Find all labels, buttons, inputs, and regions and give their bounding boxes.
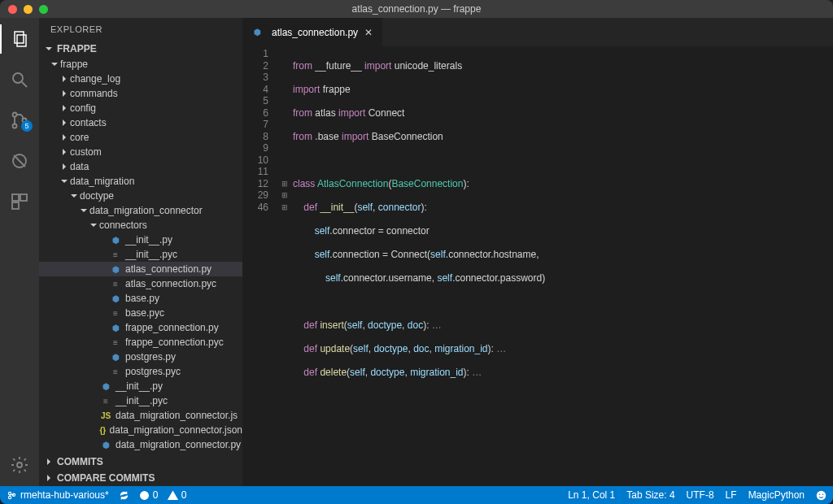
svg-point-23 <box>817 490 826 499</box>
sidebar-title: EXPLORER <box>39 18 242 41</box>
status-cursor[interactable]: Ln 1, Col 1 <box>568 489 615 501</box>
svg-rect-1 <box>17 35 26 46</box>
sidebar: EXPLORER FRAPPE frappe change_log comman… <box>39 18 242 486</box>
file-icon: ≡ <box>109 365 122 378</box>
line-numbers: 1234567891011122946 <box>242 46 280 486</box>
tree-folder[interactable]: commands <box>39 86 242 101</box>
status-eol[interactable]: LF <box>726 489 737 501</box>
tab-active[interactable]: ⬢ atlas_connection.py ✕ <box>242 18 383 46</box>
tree-folder[interactable]: connectors <box>39 218 242 232</box>
python-icon: ⬢ <box>109 233 122 246</box>
code-content: from __future__ import unicode_literals … <box>290 46 833 486</box>
fold-icon[interactable]: ⊞ <box>280 202 290 214</box>
debug-icon[interactable] <box>0 146 39 176</box>
tab-label: atlas_connection.py <box>272 27 358 38</box>
tree-file[interactable]: JSdata_migration_connector.js <box>39 408 242 423</box>
activity-bar: 5 <box>0 18 39 486</box>
fold-icon[interactable]: ⊞ <box>280 178 290 190</box>
python-icon: ⬢ <box>109 321 122 334</box>
tree-file[interactable]: ≡postgres.pyc <box>39 364 242 379</box>
svg-point-24 <box>819 493 821 495</box>
svg-point-5 <box>13 124 17 128</box>
python-icon: ⬢ <box>109 350 122 363</box>
explorer-icon[interactable] <box>0 24 39 54</box>
file-icon: ≡ <box>109 306 122 319</box>
sidebar-section-root[interactable]: FRAPPE <box>39 41 242 57</box>
svg-point-12 <box>17 463 22 467</box>
js-icon: JS <box>99 409 112 422</box>
search-icon[interactable] <box>0 65 39 94</box>
tree-file[interactable]: ⬢data_migration_connector.py <box>39 437 242 452</box>
code-editor[interactable]: 1234567891011122946 ⊞⊞⊞ from __future__ … <box>242 46 833 486</box>
tree-file[interactable]: ≡__init__.pyc <box>39 393 242 408</box>
file-icon: ≡ <box>99 394 112 407</box>
tree-file[interactable]: ⬢base.py <box>39 291 242 306</box>
svg-point-4 <box>13 113 17 117</box>
status-language[interactable]: MagicPython <box>748 489 805 501</box>
svg-point-25 <box>822 493 824 495</box>
tree-folder[interactable]: config <box>39 101 242 115</box>
tree-folder[interactable]: custom <box>39 145 242 159</box>
tree-file[interactable]: ≡atlas_connection.pyc <box>39 276 242 291</box>
python-icon: ⬢ <box>251 26 264 39</box>
tree-file[interactable]: ⬢postgres.py <box>39 350 242 364</box>
json-icon: {} <box>99 424 107 437</box>
tree-file[interactable]: ⬢__init__.py <box>39 232 242 247</box>
tab-bar: ⬢ atlas_connection.py ✕ <box>242 18 833 46</box>
sidebar-section-commits[interactable]: COMMITS <box>39 454 242 470</box>
minimize-window-button[interactable] <box>24 5 33 14</box>
close-window-button[interactable] <box>8 5 17 14</box>
close-icon[interactable]: ✕ <box>363 27 374 38</box>
svg-rect-0 <box>15 32 24 43</box>
svg-line-8 <box>14 155 25 167</box>
editor-group: ⬢ atlas_connection.py ✕ 1234567891011122… <box>242 18 833 486</box>
python-icon: ⬢ <box>99 438 112 451</box>
sidebar-section-compare[interactable]: COMPARE COMMITS <box>39 470 242 486</box>
file-icon: ≡ <box>109 277 122 290</box>
tree-folder[interactable]: data_migration_connector <box>39 203 242 218</box>
tree-folder[interactable]: core <box>39 130 242 145</box>
source-control-icon[interactable]: 5 <box>0 106 39 135</box>
tree-file[interactable]: ≡__init__.pyc <box>39 247 242 262</box>
svg-rect-11 <box>12 202 19 209</box>
fold-column: ⊞⊞⊞ <box>280 46 290 486</box>
tree-file[interactable]: ⬢atlas_connection.py <box>39 262 242 276</box>
status-indent[interactable]: Tab Size: 4 <box>626 489 674 501</box>
tree-file[interactable]: ⬢frappe_connection.py <box>39 320 242 335</box>
extensions-icon[interactable] <box>0 187 39 216</box>
file-icon: ≡ <box>109 248 122 261</box>
python-icon: ⬢ <box>109 263 122 276</box>
status-bar: rmehta-hub-various* 0 0 Ln 1, Col 1 Tab … <box>0 486 833 504</box>
fold-icon[interactable]: ⊞ <box>280 189 290 202</box>
editor-actions <box>797 18 833 46</box>
python-icon: ⬢ <box>109 292 122 305</box>
settings-icon[interactable] <box>0 450 39 480</box>
tree-folder[interactable]: contacts <box>39 115 242 130</box>
svg-point-2 <box>13 73 23 83</box>
file-tree: frappe change_log commands config contac… <box>39 57 242 454</box>
window-controls <box>0 5 48 14</box>
svg-line-3 <box>22 82 27 87</box>
tree-folder[interactable]: change_log <box>39 72 242 86</box>
tree-folder[interactable]: data_migration <box>39 174 242 189</box>
tree-folder[interactable]: doctype <box>39 189 242 203</box>
tree-file[interactable]: ⬢__init__.py <box>39 379 242 393</box>
tree-file[interactable]: ≡frappe_connection.pyc <box>39 335 242 350</box>
tree-file[interactable]: {}data_migration_connector.json <box>39 423 242 437</box>
tree-file[interactable]: ≡base.pyc <box>39 306 242 320</box>
svg-rect-9 <box>12 194 19 201</box>
python-icon: ⬢ <box>99 380 112 393</box>
tree-folder[interactable]: frappe <box>39 57 242 72</box>
main-area: 5 EXPLORER FRAPPE frappe change_log comm… <box>0 18 833 486</box>
file-icon: ≡ <box>109 336 122 349</box>
status-branch[interactable]: rmehta-hub-various* <box>7 489 109 501</box>
status-sync[interactable] <box>119 490 129 501</box>
status-problems[interactable]: 0 0 <box>139 489 187 501</box>
maximize-window-button[interactable] <box>39 5 48 14</box>
titlebar: atlas_connection.py — frappe <box>0 0 833 18</box>
root-label: FRAPPE <box>57 43 97 54</box>
svg-rect-10 <box>20 194 27 201</box>
status-encoding[interactable]: UTF-8 <box>687 489 714 501</box>
status-feedback-icon[interactable] <box>816 489 826 501</box>
tree-folder[interactable]: data <box>39 159 242 174</box>
